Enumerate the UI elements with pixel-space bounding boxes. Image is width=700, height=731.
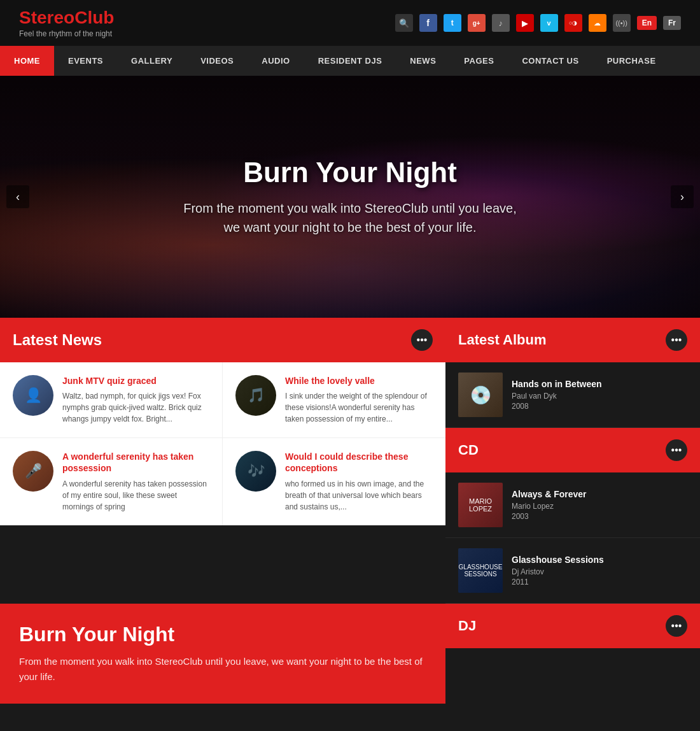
header-icons: 🔍 f t g+ ♪ ▶ v ○◑ ☁ ((•)) En Fr: [395, 14, 681, 32]
content-area: Latest News ••• 👤 Junk MTV quiz graced W…: [0, 318, 700, 604]
news-item: 🎵 While the lovely valle I sink under th…: [223, 362, 445, 438]
nav-events[interactable]: EVENTS: [54, 46, 117, 76]
cd-more-button[interactable]: •••: [666, 439, 687, 461]
news-item-text: I sink under the weight of the splendour…: [285, 390, 433, 425]
news-item-text: Waltz, bad nymph, for quick jigs vex! Fo…: [62, 390, 209, 425]
cd-item: MARIO LOPEZ Always & Forever Mario Lopez…: [445, 472, 700, 538]
cd-artist: Dj Aristov: [512, 567, 604, 576]
hero-content: Burn Your Night From the moment you walk…: [171, 144, 529, 250]
youtube-icon[interactable]: ▶: [516, 14, 534, 32]
vimeo-icon[interactable]: v: [540, 14, 558, 32]
news-body: Would I could describe these conceptions…: [285, 451, 433, 512]
logo-suffix: Club: [74, 8, 114, 27]
latest-news-section: Latest News ••• 👤 Junk MTV quiz graced W…: [0, 318, 445, 604]
cd-info: Always & Forever Mario Lopez 2003: [512, 483, 587, 527]
latest-album-header: Latest Album •••: [445, 318, 700, 362]
hero-title: Burn Your Night: [183, 157, 517, 188]
album-name: Hands on in Between: [512, 379, 602, 389]
lang-en-button[interactable]: En: [637, 16, 657, 30]
cd-section: CD ••• MARIO LOPEZ Always & Forever Mari…: [445, 428, 700, 604]
logo: StereoClub Feel the rhythm of the night: [19, 8, 114, 38]
burn-title: Burn Your Night: [19, 623, 426, 646]
navigation: HOME EVENTS GALLERY VIDEOS AUDIO RESIDEN…: [0, 46, 700, 76]
cd-cover: MARIO LOPEZ: [458, 483, 503, 527]
news-item-text: who formed us in his own image, and the …: [285, 478, 433, 513]
album-year: 2008: [512, 402, 602, 411]
news-body: While the lovely valle I sink under the …: [285, 375, 433, 425]
logo-tagline: Feel the rhythm of the night: [19, 29, 114, 38]
news-body: Junk MTV quiz graced Waltz, bad nymph, f…: [62, 375, 209, 425]
news-avatar: 🎶: [235, 451, 276, 492]
logo-text: StereoClub: [19, 8, 114, 28]
facebook-icon[interactable]: f: [419, 14, 437, 32]
latest-news-more-button[interactable]: •••: [411, 329, 433, 351]
news-avatar: 👤: [13, 375, 53, 416]
twitter-icon[interactable]: t: [444, 14, 461, 32]
nav-audio[interactable]: AUDIO: [248, 46, 304, 76]
latest-album-section: Latest Album ••• 💿 Hands on in Between P…: [445, 318, 700, 428]
cd-cover: GLASSHOUSESESSIONS: [458, 548, 503, 593]
news-item-title[interactable]: A wonderful serenity has taken possessio…: [62, 451, 209, 474]
sidebar: Latest Album ••• 💿 Hands on in Between P…: [445, 318, 700, 604]
news-item-title[interactable]: While the lovely valle: [285, 375, 433, 387]
lang-fr-button[interactable]: Fr: [663, 16, 681, 30]
news-body: A wonderful serenity has taken possessio…: [62, 451, 209, 512]
news-item-title[interactable]: Would I could describe these conceptions: [285, 451, 433, 474]
cd-info: Glasshouse Sessions Dj Aristov 2011: [512, 548, 604, 593]
spotify-icon[interactable]: ♪: [492, 14, 510, 32]
cd-list: MARIO LOPEZ Always & Forever Mario Lopez…: [445, 472, 700, 604]
cd-artist: Mario Lopez: [512, 502, 587, 511]
cd-name: Always & Forever: [512, 489, 587, 499]
news-avatar: 🎵: [235, 375, 276, 416]
bottom-area: Burn Your Night From the moment you walk…: [0, 604, 700, 704]
hero-section: Burn Your Night From the moment you walk…: [0, 76, 700, 318]
googleplus-icon[interactable]: g+: [468, 14, 486, 32]
nav-gallery[interactable]: GALLERY: [117, 46, 186, 76]
news-avatar: 🎤: [13, 451, 53, 492]
dj-title: DJ: [458, 618, 476, 634]
latest-album-more-button[interactable]: •••: [666, 329, 687, 351]
news-item-title[interactable]: Junk MTV quiz graced: [62, 375, 209, 387]
album-artist: Paul van Dyk: [512, 392, 602, 401]
news-item-text: A wonderful serenity has taken possessio…: [62, 478, 209, 513]
nav-news[interactable]: NEWS: [396, 46, 450, 76]
cd-item: GLASSHOUSESESSIONS Glasshouse Sessions D…: [445, 538, 700, 604]
burn-section: Burn Your Night From the moment you walk…: [0, 604, 445, 704]
hero-prev-button[interactable]: ‹: [6, 185, 29, 208]
news-item: 🎤 A wonderful serenity has taken possess…: [0, 438, 223, 525]
cd-year: 2011: [512, 578, 604, 586]
dj-header: DJ •••: [445, 604, 700, 648]
album-cover: 💿: [458, 373, 503, 417]
lastfm-icon[interactable]: ○◑: [564, 14, 582, 32]
cd-year: 2003: [512, 512, 587, 521]
album-item: 💿 Hands on in Between Paul van Dyk 2008: [445, 362, 700, 428]
album-list: 💿 Hands on in Between Paul van Dyk 2008: [445, 362, 700, 428]
nav-videos[interactable]: VIDEOS: [186, 46, 248, 76]
nav-resident-djs[interactable]: RESIDENT DJS: [304, 46, 396, 76]
nav-home[interactable]: HOME: [0, 46, 54, 76]
hero-subtitle: From the moment you walk into StereoClub…: [183, 199, 517, 237]
album-info: Hands on in Between Paul van Dyk 2008: [512, 373, 602, 417]
header: StereoClub Feel the rhythm of the night …: [0, 0, 700, 46]
news-item: 🎶 Would I could describe these conceptio…: [223, 438, 445, 525]
news-item: 👤 Junk MTV quiz graced Waltz, bad nymph,…: [0, 362, 223, 438]
latest-album-title: Latest Album: [458, 332, 547, 348]
dj-section: DJ •••: [445, 604, 700, 704]
radio-icon[interactable]: ((•)): [613, 14, 631, 32]
latest-news-header: Latest News •••: [0, 318, 445, 362]
soundcloud-icon[interactable]: ☁: [589, 14, 606, 32]
nav-pages[interactable]: PAGES: [450, 46, 508, 76]
logo-prefix: Stereo: [19, 8, 74, 27]
burn-text: From the moment you walk into StereoClub…: [19, 654, 426, 685]
hero-next-button[interactable]: ›: [671, 185, 694, 208]
search-icon[interactable]: 🔍: [395, 14, 413, 32]
nav-contact-us[interactable]: CONTACT US: [508, 46, 592, 76]
dj-more-button[interactable]: •••: [666, 615, 687, 637]
news-grid: 👤 Junk MTV quiz graced Waltz, bad nymph,…: [0, 362, 445, 525]
cd-title: CD: [458, 442, 479, 458]
cd-header: CD •••: [445, 428, 700, 472]
latest-news-title: Latest News: [13, 331, 102, 349]
nav-purchase[interactable]: PURCHASE: [593, 46, 670, 76]
cd-name: Glasshouse Sessions: [512, 555, 604, 565]
